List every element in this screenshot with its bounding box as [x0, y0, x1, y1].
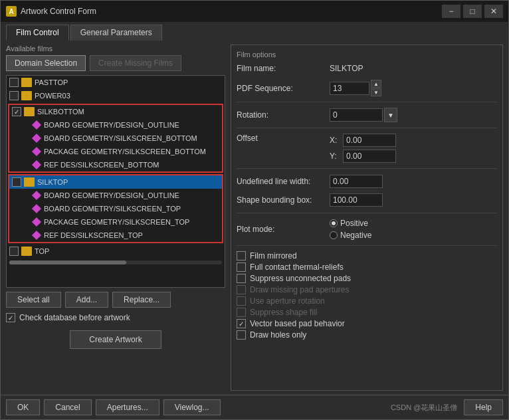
power03-checkbox[interactable]	[9, 91, 19, 100]
vector-pad-checkbox[interactable]	[237, 319, 246, 328]
chk-aperture-rotation: Use aperture rotation	[237, 296, 497, 306]
viewlog-button[interactable]: Viewlog...	[163, 399, 221, 415]
scrollbar-thumb[interactable]	[9, 261, 126, 264]
silkbottom-checkbox[interactable]	[12, 107, 21, 116]
shape-bb-input[interactable]	[330, 193, 383, 207]
film-item-top-board-silk-top[interactable]: BOARD GEOMETRY/SILKSCREEN_TOP	[9, 202, 222, 215]
check-db-checkbox[interactable]	[6, 313, 15, 322]
film-item-power03[interactable]: POWER03	[7, 89, 225, 102]
silk-board-silk-bottom-label: BOARD GEOMETRY/SILKSCREEN_BOTTOM	[44, 134, 197, 142]
undef-line-input[interactable]	[330, 175, 383, 188]
film-item-silkbottom[interactable]: SILKBOTTOM	[9, 105, 222, 118]
power03-folder-icon	[21, 91, 32, 100]
pdf-seq-up[interactable]: ▲	[371, 80, 381, 88]
chk-suppress-shape: Suppress shape fill	[237, 308, 497, 317]
pasttop-label: PASTTOP	[35, 78, 68, 86]
chk-draw-missing: Draw missing pad apertures	[237, 285, 497, 294]
left-panel: Available films Domain Selection Create …	[6, 45, 225, 391]
rotation-controls: ▼	[330, 108, 397, 122]
film-name-label: Film name:	[237, 64, 330, 73]
silk-pkg-silk-bottom-label: PACKAGE GEOMETRY/SILKSCREEN_BOTTOM	[44, 148, 206, 156]
film-item-top-pkg-silk-top[interactable]: PACKAGE GEOMETRY/SILKSCREEN_TOP	[9, 215, 222, 229]
pdf-seq-down[interactable]: ▼	[371, 88, 381, 96]
diamond-icon-1	[32, 120, 41, 130]
help-button[interactable]: Help	[464, 399, 503, 415]
film-mirrored-label: Film mirrored	[250, 251, 297, 261]
pdf-seq-label: PDF Sequence:	[237, 84, 330, 93]
rotation-dropdown-button[interactable]: ▼	[384, 108, 397, 122]
film-item-pasttop[interactable]: PASTTOP	[7, 76, 225, 89]
pdf-seq-spinners: ▲ ▼	[371, 80, 381, 96]
full-contact-checkbox[interactable]	[237, 262, 246, 272]
replace-button[interactable]: Replace...	[112, 292, 171, 308]
tabs-bar: Film Control General Parameters	[1, 22, 508, 41]
top-board-silk-top-label: BOARD GEOMETRY/SILKSCREEN_TOP	[44, 205, 181, 213]
film-buttons-row: Select all Add... Replace...	[6, 292, 225, 308]
pdf-seq-input[interactable]	[330, 82, 369, 95]
close-button[interactable]: ✕	[484, 5, 503, 18]
rotation-input[interactable]	[330, 108, 383, 122]
chk-vector-pad: Vector based pad behavior	[237, 319, 497, 328]
film-mirrored-checkbox[interactable]	[237, 251, 246, 261]
film-item-silk-board-silk-bottom[interactable]: BOARD GEOMETRY/SILKSCREEN_BOTTOM	[9, 132, 222, 145]
bottom-bar-right: CSDN @花果山圣僧 Help	[391, 399, 503, 415]
cancel-button[interactable]: Cancel	[44, 399, 91, 415]
draw-missing-checkbox[interactable]	[237, 285, 246, 294]
suppress-pads-checkbox[interactable]	[237, 274, 246, 283]
tab-general-parameters[interactable]: General Parameters	[70, 25, 162, 41]
suppress-shape-checkbox[interactable]	[237, 308, 246, 317]
plot-negative-radio[interactable]	[330, 231, 338, 239]
offset-y-label: Y:	[330, 152, 340, 161]
film-item-top[interactable]: TOP	[7, 245, 225, 258]
maximize-button[interactable]: □	[463, 5, 482, 18]
offset-y-input[interactable]	[343, 150, 396, 163]
create-artwork-button[interactable]: Create Artwork	[70, 330, 161, 349]
main-content: Available films Domain Selection Create …	[1, 41, 508, 395]
silktop-group: SILKTOP BOARD GEOMETRY/DESIGN_OUTLINE BO…	[8, 174, 223, 243]
suppress-pads-label: Suppress unconnected pads	[250, 274, 351, 283]
film-item-top-ref-des-top[interactable]: REF DES/SILKSCREEN_TOP	[9, 229, 222, 242]
diamond-icon-8	[32, 231, 41, 240]
apertures-button[interactable]: Apertures...	[96, 399, 159, 415]
window-title: Artwork Control Form	[21, 7, 442, 16]
check-db-label: Check database before artwork	[19, 313, 130, 322]
silkbottom-folder-icon	[24, 107, 35, 116]
diamond-icon-6	[32, 204, 41, 213]
plot-positive-radio[interactable]	[330, 219, 338, 227]
plot-mode-label: Plot mode:	[237, 225, 330, 234]
add-button[interactable]: Add...	[65, 292, 108, 308]
film-name-value: SILKTOP	[330, 64, 363, 73]
bottom-bar-left: OK Cancel Apertures... Viewlog...	[6, 399, 221, 415]
draw-missing-label: Draw missing pad apertures	[250, 285, 349, 294]
aperture-rotation-checkbox[interactable]	[237, 296, 246, 306]
plot-positive-label: Positive	[340, 219, 368, 228]
film-item-silktop[interactable]: SILKTOP	[9, 175, 222, 189]
offset-inputs: X: Y:	[330, 134, 396, 163]
select-all-button[interactable]: Select all	[6, 292, 61, 308]
top-checkbox[interactable]	[9, 247, 19, 256]
film-list[interactable]: PASTTOP POWER03 SILKBOTTOM	[6, 75, 225, 288]
domain-selection-button[interactable]: Domain Selection	[6, 55, 86, 71]
minimize-button[interactable]: −	[442, 5, 460, 18]
film-item-silk-pkg-silk-bottom[interactable]: PACKAGE GEOMETRY/SILKSCREEN_BOTTOM	[9, 145, 222, 158]
create-artwork-container: Create Artwork	[6, 330, 225, 349]
draw-holes-checkbox[interactable]	[237, 330, 246, 340]
plot-negative-option[interactable]: Negative	[330, 231, 371, 240]
rotation-label: Rotation:	[237, 110, 330, 120]
bottom-bar: OK Cancel Apertures... Viewlog... CSDN @…	[1, 395, 508, 419]
check-db-row: Check database before artwork	[6, 313, 225, 322]
offset-x-input[interactable]	[343, 134, 396, 147]
create-missing-films-button[interactable]: Create Missing Films	[90, 55, 181, 71]
film-item-top-board-design[interactable]: BOARD GEOMETRY/DESIGN_OUTLINE	[9, 189, 222, 202]
undef-line-label: Undefined line width:	[237, 177, 330, 186]
silktop-checkbox[interactable]	[12, 177, 21, 187]
plot-positive-option[interactable]: Positive	[330, 219, 371, 228]
film-item-silk-board-design[interactable]: BOARD GEOMETRY/DESIGN_OUTLINE	[9, 118, 222, 132]
tab-film-control[interactable]: Film Control	[6, 25, 69, 41]
ok-button[interactable]: OK	[6, 399, 40, 415]
watermark-text: CSDN @花果山圣僧	[391, 403, 460, 413]
film-item-silk-ref-des-bottom[interactable]: REF DES/SILKSCREEN_BOTTOM	[9, 158, 222, 171]
pasttop-checkbox[interactable]	[9, 78, 19, 87]
silktop-folder-icon	[24, 177, 35, 187]
offset-y-row: Y:	[330, 150, 396, 163]
